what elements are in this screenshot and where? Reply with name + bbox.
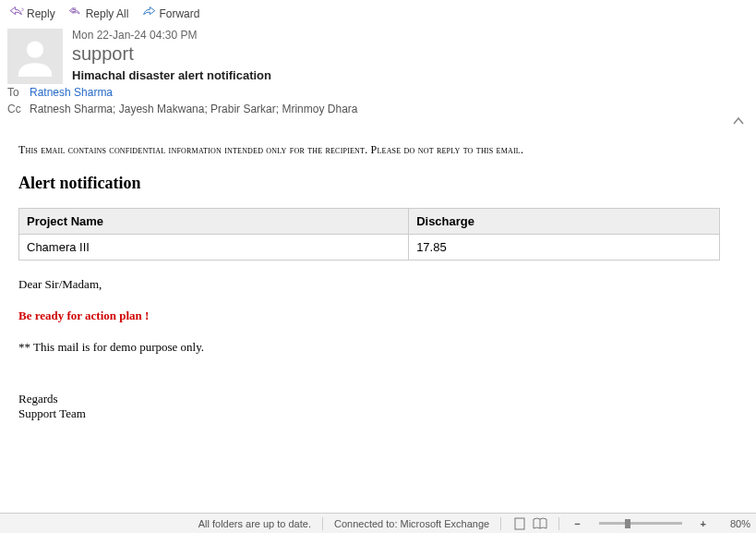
confidential-notice: This email contains confidential informa… xyxy=(18,143,738,157)
message-toolbar: Reply Reply All Forward xyxy=(0,0,756,27)
salutation: Dear Sir/Madam, xyxy=(18,277,738,292)
cc-recipients: Ratnesh Sharma; Jayesh Makwana; Prabir S… xyxy=(30,103,357,115)
reply-label: Reply xyxy=(27,7,55,20)
to-recipient[interactable]: Ratnesh Sharma xyxy=(30,86,113,99)
view-switcher xyxy=(512,517,547,530)
cell-project-name: Chamera III xyxy=(19,235,409,260)
status-separator xyxy=(558,517,559,530)
alert-heading: Alert notification xyxy=(18,174,738,193)
sender-avatar xyxy=(7,29,63,84)
forward-icon xyxy=(141,6,156,21)
table-header-row: Project Name Discharge xyxy=(19,209,720,235)
reply-icon xyxy=(9,6,24,21)
zoom-slider[interactable] xyxy=(599,522,682,525)
zoom-in-button[interactable]: + xyxy=(697,518,710,529)
cc-row: Cc Ratnesh Sharma; Jayesh Makwana; Prabi… xyxy=(0,101,756,117)
chevron-up-icon xyxy=(732,117,745,130)
to-row: To Ratnesh Sharma xyxy=(0,84,756,101)
zoom-percent[interactable]: 80% xyxy=(721,518,750,529)
col-project-name: Project Name xyxy=(19,209,409,235)
zoom-slider-thumb[interactable] xyxy=(625,519,630,528)
status-connection: Connected to: Microsoft Exchange xyxy=(334,518,489,529)
forward-label: Forward xyxy=(159,7,199,20)
zoom-out-button[interactable]: − xyxy=(570,518,583,529)
table-row: Chamera III 17.85 xyxy=(19,235,720,260)
status-bar: All folders are up to date. Connected to… xyxy=(0,513,756,533)
message-header: Mon 22-Jan-24 04:30 PM support Himachal … xyxy=(0,27,756,84)
message-sender: support xyxy=(72,43,749,65)
demo-notice: ** This mail is for demo purpose only. xyxy=(18,340,738,355)
forward-button[interactable]: Forward xyxy=(139,4,201,23)
view-reading-button[interactable] xyxy=(533,517,547,530)
signature-team: Support Team xyxy=(18,406,738,421)
cell-discharge: 17.85 xyxy=(409,235,720,260)
alert-table: Project Name Discharge Chamera III 17.85 xyxy=(18,208,720,260)
collapse-header-button[interactable] xyxy=(732,115,745,130)
regards: Regards xyxy=(18,392,738,406)
reply-button[interactable]: Reply xyxy=(7,4,57,23)
action-plan-line: Be ready for action plan ! xyxy=(18,309,738,323)
reply-all-button[interactable]: Reply All xyxy=(66,4,131,23)
reply-all-icon xyxy=(68,6,83,21)
message-subject: Himachal disaster alert notification xyxy=(72,68,749,82)
message-timestamp: Mon 22-Jan-24 04:30 PM xyxy=(72,29,749,42)
status-separator xyxy=(322,517,323,530)
status-folders: All folders are up to date. xyxy=(198,518,311,529)
svg-point-0 xyxy=(27,42,43,58)
reply-all-label: Reply All xyxy=(86,7,129,20)
svg-rect-1 xyxy=(515,518,524,529)
cc-label: Cc xyxy=(7,103,30,115)
view-normal-button[interactable] xyxy=(512,517,527,530)
message-body: This email contains confidential informa… xyxy=(0,117,756,430)
to-label: To xyxy=(7,86,30,99)
status-separator xyxy=(500,517,501,530)
col-discharge: Discharge xyxy=(409,209,720,235)
page-icon xyxy=(512,517,527,530)
book-icon xyxy=(533,517,547,530)
